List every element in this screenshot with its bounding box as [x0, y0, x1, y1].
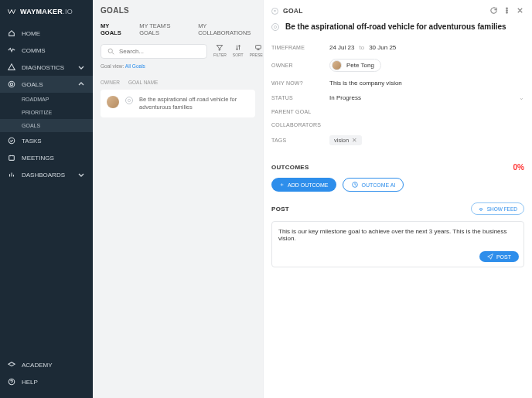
target-icon [271, 8, 278, 15]
svg-rect-6 [256, 46, 261, 49]
sort-tool[interactable]: SORT [233, 44, 244, 57]
svg-point-9 [506, 12, 508, 13]
owner-pill[interactable]: Pete Tong [329, 59, 381, 72]
target-icon [8, 80, 15, 88]
detail-header: GOAL [271, 6, 524, 15]
field-owner: OWNER Pete Tong [271, 55, 524, 76]
chevron-down-icon [77, 63, 85, 71]
svg-point-1 [10, 83, 12, 85]
goal-detail-panel: GOAL Be the aspirational off-road vehicl… [263, 0, 532, 398]
goal-title: Be the aspirational off-road vehicle for… [285, 22, 506, 31]
goal-row[interactable]: Be the aspirational off-road vehicle for… [101, 90, 255, 117]
table-header: OWNER GOAL NAME [101, 77, 255, 90]
svg-point-7 [506, 8, 508, 9]
academy-icon [8, 361, 15, 369]
col-goal-name: GOAL NAME [128, 80, 255, 85]
svg-point-0 [9, 81, 15, 87]
search-icon [107, 48, 114, 55]
field-status[interactable]: STATUS In Progress ⌄ [271, 90, 524, 105]
tab-collaborations[interactable]: MY COLLABORATIONS [198, 22, 255, 36]
tag-label: vision [334, 137, 349, 144]
timeframe-to[interactable]: 30 Jun 25 [369, 44, 396, 51]
nav-tasks[interactable]: TASKS [0, 132, 93, 149]
field-collaborators[interactable]: COLLABORATORS [271, 118, 524, 131]
tool-label: FILTER [213, 53, 227, 57]
nav-label: HOME [22, 30, 40, 37]
filter-tool[interactable]: FILTER [213, 44, 227, 57]
sidebar: WAYMAKER.IO HOME COMMS DIAGNOSTICS GOALS… [0, 0, 93, 398]
nav-label: COMMS [22, 47, 46, 54]
status-value: In Progress [329, 94, 361, 101]
field-parent-goal[interactable]: PARENT GOAL [271, 105, 524, 118]
diagnostics-icon [8, 63, 15, 71]
tasks-icon [8, 137, 15, 145]
nav-help[interactable]: HELP [0, 373, 93, 390]
col-owner: OWNER [101, 80, 128, 85]
nav-label: DASHBOARDS [22, 172, 65, 179]
logo-icon [8, 8, 15, 15]
nav-sub-prioritize[interactable]: PRIORITIZE [0, 106, 93, 119]
goal-view-selector[interactable]: Goal view: All Goals [101, 63, 255, 69]
show-feed-button[interactable]: SHOW FEED [471, 202, 524, 215]
post-button[interactable]: POST [479, 251, 519, 262]
nav-label: TASKS [22, 138, 42, 145]
nav-sub-roadmap[interactable]: ROADMAP [0, 93, 93, 106]
field-why-now: WHY NOW? This is the company vision [271, 76, 524, 90]
logo[interactable]: WAYMAKER.IO [0, 6, 93, 25]
nav-diagnostics[interactable]: DIAGNOSTICS [0, 59, 93, 76]
nav-label: MEETINGS [22, 155, 54, 162]
chevron-down-icon: ⌄ [519, 94, 524, 101]
avatar [107, 96, 119, 108]
nav-meetings[interactable]: MEETINGS [0, 149, 93, 166]
comms-icon [8, 46, 15, 54]
svg-point-8 [506, 10, 508, 12]
timeframe-from[interactable]: 24 Jul 23 [329, 44, 354, 51]
why-value[interactable]: This is the company vision [329, 80, 402, 87]
nav-academy[interactable]: ACADEMY [0, 356, 93, 373]
nav-dashboards[interactable]: DASHBOARDS [0, 166, 93, 183]
field-tags: TAGS vision ✕ [271, 131, 524, 149]
refresh-icon[interactable] [489, 6, 498, 15]
meetings-icon [8, 154, 15, 162]
goal-name: Be the aspirational off-road vehicle for… [139, 96, 249, 111]
outcomes-percent: 0% [513, 163, 524, 172]
field-timeframe: TIMEFRAME 24 Jul 23 to 30 Jun 25 [271, 40, 524, 55]
send-icon [487, 253, 493, 260]
add-outcome-button[interactable]: ＋ ADD OUTCOME [271, 178, 336, 192]
goal-view-link[interactable]: All Goals [125, 63, 145, 69]
home-icon [8, 29, 15, 37]
nav-label: GOALS [22, 81, 43, 88]
avatar [332, 60, 342, 70]
close-icon[interactable] [516, 6, 524, 15]
search-box[interactable] [101, 44, 207, 59]
remove-tag-icon[interactable]: ✕ [352, 137, 357, 144]
svg-point-2 [9, 138, 15, 144]
nav-comms[interactable]: COMMS [0, 42, 93, 59]
target-icon [125, 97, 133, 104]
tab-team-goals[interactable]: MY TEAM'S GOALS [139, 22, 187, 36]
nav-sub-goals[interactable]: GOALS [0, 119, 93, 132]
target-icon [271, 23, 279, 31]
outcomes-label: OUTCOMES [271, 164, 309, 171]
nav-home[interactable]: HOME [0, 25, 93, 42]
nav-label: DIAGNOSTICS [22, 64, 64, 71]
nav-goals[interactable]: GOALS [0, 76, 93, 93]
help-icon [8, 378, 15, 386]
goals-title: GOALS [101, 6, 255, 15]
post-textarea[interactable]: This is our key milestone goal to achiev… [271, 221, 524, 267]
chevron-down-icon [77, 171, 85, 179]
goals-tabs: MY GOALS MY TEAM'S GOALS MY COLLABORATIO… [101, 22, 255, 36]
svg-point-5 [108, 49, 112, 53]
plus-icon: ＋ [279, 181, 285, 189]
panel-type-label: GOAL [283, 7, 303, 15]
post-label: POST [271, 206, 289, 213]
goals-list-panel: GOALS MY GOALS MY TEAM'S GOALS MY COLLAB… [93, 0, 263, 398]
chevron-up-icon [77, 80, 85, 88]
more-icon[interactable] [503, 6, 511, 15]
tag-pill[interactable]: vision ✕ [329, 135, 362, 145]
search-input[interactable] [119, 48, 200, 55]
nav-label: ACADEMY [22, 362, 53, 369]
tab-my-goals[interactable]: MY GOALS [101, 22, 128, 36]
owner-name: Pete Tong [346, 62, 374, 69]
outcome-ai-button[interactable]: OUTCOME AI [343, 178, 404, 192]
